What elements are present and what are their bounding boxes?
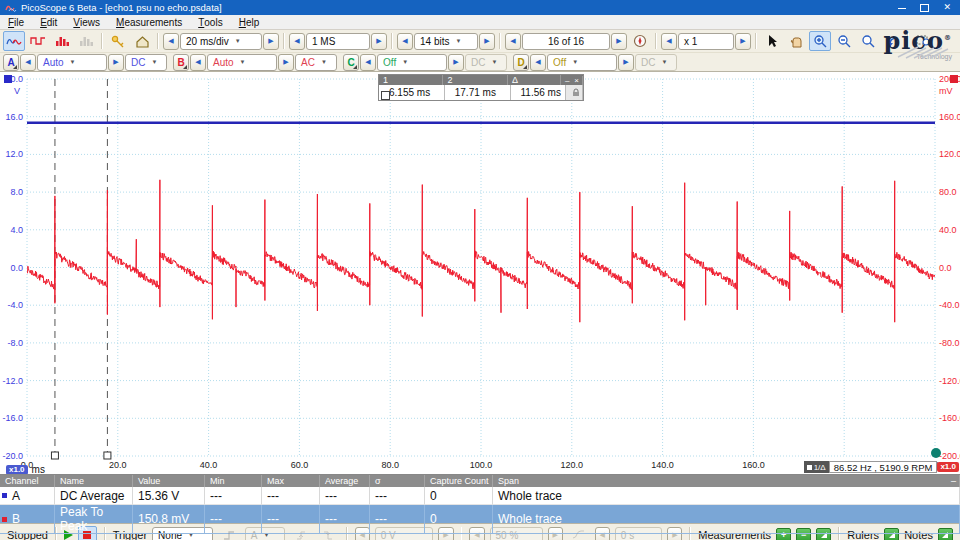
zoom-factor-control: ◀ x 1 ▶ [661,33,751,50]
hand-icon [789,35,803,48]
falling-edge-icon [322,529,334,540]
ruler-box-minimize-icon[interactable]: – [565,76,569,85]
menu-tools[interactable]: Tools [190,15,230,29]
svg-text:60.0: 60.0 [291,460,309,470]
channel-a-range-select[interactable]: Auto ▼ [37,54,107,71]
falling-edge-button[interactable] [317,525,339,540]
key-icon [111,35,125,48]
channel-c-range-down-button[interactable]: ◀ [360,54,376,71]
buffer-overview-button[interactable] [629,31,651,51]
zoom-factor-field[interactable]: x 1 [678,33,734,50]
scope-view-button[interactable] [3,31,25,51]
svg-text:0.0: 0.0 [10,263,23,273]
zoom-out-icon [837,34,851,48]
chevron-down-icon: ▼ [491,59,497,65]
channel-a-controls: A ◀ Auto ▼ ▶ DC ▼ [3,54,167,71]
zoom-in-tool-button[interactable] [809,31,831,51]
frequency-legend[interactable]: 1/Δ 86.52 Hz , 5190.9 RPM x1.0 [804,461,959,473]
buffer-prev-button[interactable]: ◀ [505,33,521,50]
frequency-legend-handle[interactable]: 1/Δ [804,461,829,473]
svg-text:160.0: 160.0 [939,112,960,122]
maximize-icon[interactable] [920,4,929,12]
channel-a-range-up-button[interactable]: ▶ [108,54,124,71]
trigger-delay-button[interactable] [568,525,590,540]
menu-edit[interactable]: Edit [32,15,65,29]
rising-edge-button[interactable] [290,525,312,540]
svg-text:12.0: 12.0 [5,149,23,159]
zoom-next-button[interactable]: ▶ [735,33,751,50]
close-icon[interactable]: ✕ [943,3,951,12]
scope-graph[interactable]: 20.016.012.08.04.00.0-4.0-8.0-12.0-16.0-… [0,72,960,474]
resolution-next-button[interactable]: ▶ [479,33,495,50]
menu-help[interactable]: Help [231,15,268,29]
measurement-row-b[interactable]: B Peak To Peak 150.8 mV --- --- --- --- … [0,505,960,523]
probe-setup-button[interactable] [107,31,129,51]
pointer-tool-button[interactable] [761,31,783,51]
menu-measurements[interactable]: Measurements [108,15,190,29]
channel-b-range-select[interactable]: Auto ▼ [207,54,277,71]
svg-text:-12.0: -12.0 [2,376,23,386]
persistence-mode-button[interactable] [75,31,97,51]
channel-c-button[interactable]: C [343,54,359,71]
chevron-down-icon: ▼ [661,59,667,65]
trigger-edge-button[interactable] [218,525,240,540]
signal-generator-button[interactable] [27,31,49,51]
ruler-lock-icon[interactable] [566,85,583,100]
chevron-down-icon: ▼ [235,38,241,44]
zoom-out-tool-button[interactable] [833,31,855,51]
svg-text:-16.0: -16.0 [2,413,23,423]
measurements-header-row: Channel Name Value Min Max Average σ Cap… [0,475,960,487]
channel-d-range-select[interactable]: Off ▼ [547,54,617,71]
channel-c-coupling-select[interactable]: DC ▼ [465,54,507,71]
samples-next-button[interactable]: ▶ [371,33,387,50]
spectrum-view-button[interactable] [51,31,73,51]
svg-text:0.0: 0.0 [939,263,952,273]
pan-tool-button[interactable] [785,31,807,51]
buffer-index-field[interactable]: 16 of 16 [522,33,610,50]
buffer-next-button[interactable]: ▶ [611,33,627,50]
channel-b-range-down-button[interactable]: ◀ [190,54,206,71]
svg-text:-8.0: -8.0 [7,338,23,348]
channel-b-range-up-button[interactable]: ▶ [278,54,294,71]
svg-text:-120.0: -120.0 [939,376,960,386]
ruler-box-values: 6.155 ms 17.71 ms 11.56 ms [379,85,583,100]
resolution-control: ◀ 14 bits ▼ ▶ [397,33,495,50]
app-icon [5,3,17,13]
timebase-prev-button[interactable]: ◀ [163,33,179,50]
delay-edge-icon [572,529,585,540]
channel-d-range-down-button[interactable]: ◀ [530,54,546,71]
ruler-box-close-icon[interactable]: × [574,76,579,85]
chevron-down-icon: ▼ [151,59,157,65]
channel-a-coupling-select[interactable]: DC ▼ [125,54,167,71]
home-settings-button[interactable] [131,31,153,51]
waveform-plot[interactable]: 20.016.012.08.04.00.0-4.0-8.0-12.0-16.0-… [0,72,960,474]
measurements-table: Channel Name Value Min Max Average σ Cap… [0,474,960,523]
minimize-icon[interactable] [898,7,906,9]
measurement-row-a[interactable]: A DC Average 15.36 V --- --- --- --- 0 W… [0,487,960,505]
samples-input[interactable]: 1 MS [306,33,370,50]
menu-file[interactable]: File [0,15,32,29]
channel-c-range-select[interactable]: Off ▼ [377,54,447,71]
samples-prev-button[interactable]: ◀ [289,33,305,50]
resolution-select[interactable]: 14 bits ▼ [414,33,478,50]
zoom-prev-button[interactable]: ◀ [661,33,677,50]
channel-b-coupling-select[interactable]: AC ▼ [295,54,337,71]
channel-d-range-up-button[interactable]: ▶ [618,54,634,71]
ruler-box-header[interactable]: 1 2 Δ – × [379,75,583,85]
x-scale-badge: x1.0 [6,465,28,475]
menu-views[interactable]: Views [65,15,108,29]
timebase-select[interactable]: 20 ms/div ▼ [180,33,262,50]
channel-b-button[interactable]: B [173,54,189,71]
ruler-box-drag-handle[interactable] [381,91,390,100]
timebase-next-button[interactable]: ▶ [263,33,279,50]
resolution-prev-button[interactable]: ◀ [397,33,413,50]
svg-text:100.0: 100.0 [470,460,493,470]
channel-d-button[interactable]: D [513,54,529,71]
channel-c-range-up-button[interactable]: ▶ [448,54,464,71]
table-minimize-icon[interactable]: – [951,476,956,486]
channel-a-button[interactable]: A [3,54,19,71]
channel-a-range-down-button[interactable]: ◀ [20,54,36,71]
ruler-readout-box[interactable]: 1 2 Δ – × 6.155 ms 17.71 ms 11.56 ms [378,74,584,101]
svg-text:mV: mV [939,86,953,96]
channel-d-coupling-select[interactable]: DC ▼ [635,54,677,71]
